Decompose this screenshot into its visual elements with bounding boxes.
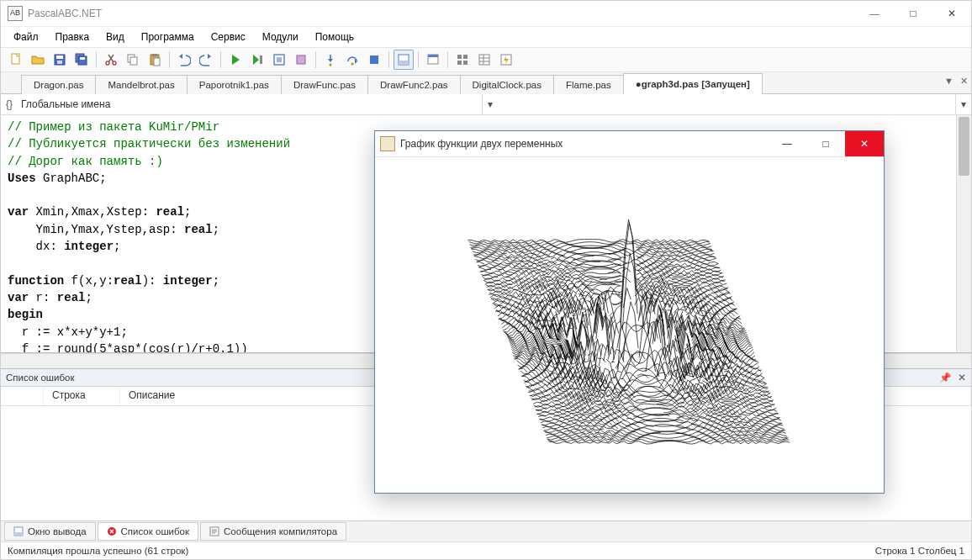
svg-rect-28 <box>463 61 468 65</box>
svg-point-19 <box>351 62 353 65</box>
tab-drawfunc[interactable]: DrawFunc.pas <box>281 75 368 94</box>
menu-edit[interactable]: Правка <box>48 29 98 45</box>
status-cursor: Строка 1 Столбец 1 <box>875 546 964 556</box>
run-button[interactable] <box>225 50 246 70</box>
menu-view[interactable]: Вид <box>98 29 132 45</box>
svg-rect-22 <box>399 61 409 65</box>
menu-program[interactable]: Программа <box>134 29 202 45</box>
undo-button[interactable] <box>174 50 194 70</box>
new-form-button[interactable] <box>423 50 443 70</box>
output-icon <box>13 526 24 536</box>
minimize-button[interactable]: — <box>855 1 894 26</box>
paste-button[interactable] <box>145 50 165 70</box>
graphic-output-window[interactable]: График функции двух переменных — □ ✕ <box>374 130 885 494</box>
tab-graph3d[interactable]: ●graph3d.pas [Запущен] <box>623 73 763 94</box>
app-icon: AB <box>8 6 23 21</box>
child-maximize-button[interactable]: □ <box>806 131 845 156</box>
panel-close-icon[interactable]: ✕ <box>958 372 966 383</box>
compile-button[interactable] <box>269 50 289 70</box>
bottom-tab-output-label: Окно вывода <box>28 526 87 536</box>
tab-dragon[interactable]: Dragon.pas <box>21 75 96 94</box>
svg-rect-3 <box>57 61 62 64</box>
svg-rect-26 <box>463 55 468 59</box>
errors-panel-title: Список ошибок <box>6 372 75 383</box>
bottom-tab-output[interactable]: Окно вывода <box>4 522 96 541</box>
designer-button[interactable] <box>452 50 473 70</box>
svg-rect-17 <box>297 55 305 64</box>
compiler-icon <box>209 526 219 536</box>
bottom-tab-errors[interactable]: Список ошибок <box>98 522 199 541</box>
svg-rect-25 <box>457 55 462 59</box>
svg-point-18 <box>329 63 331 66</box>
vertical-scrollbar[interactable] <box>956 115 971 352</box>
child-close-button[interactable]: ✕ <box>845 131 884 156</box>
panel-pin-icon[interactable]: 📌 <box>939 372 951 383</box>
main-window: AB PascalABC.NET — □ ✕ Файл Правка Вид П… <box>0 0 972 560</box>
svg-rect-16 <box>277 57 282 62</box>
child-minimize-button[interactable]: — <box>768 131 806 156</box>
svg-rect-14 <box>260 55 262 64</box>
scope-dropdown-right-icon[interactable]: ▾ <box>955 94 971 114</box>
app-title: PascalABC.NET <box>28 8 102 19</box>
tab-graph3d-label: ●graph3d.pas [Запущен] <box>636 79 750 89</box>
statusbar: Компиляция прошла успешно (61 строк) Стр… <box>1 542 971 559</box>
status-left: Компиляция прошла успешно (61 строк) <box>8 546 188 556</box>
redo-button[interactable] <box>196 50 216 70</box>
errors-col-blank <box>1 387 44 405</box>
svg-rect-32 <box>14 532 23 536</box>
svg-rect-20 <box>370 55 378 64</box>
scope-row: {} Глобальные имена ▾ ▾ <box>1 94 971 115</box>
tabbar-close-icon[interactable]: ✕ <box>960 76 968 87</box>
titlebar: AB PascalABC.NET — □ ✕ <box>1 1 971 27</box>
toggle-output-panel-button[interactable] <box>394 50 414 70</box>
svg-rect-29 <box>479 55 489 65</box>
events-button[interactable] <box>496 50 516 70</box>
tab-digitalclock[interactable]: DigitalClock.pas <box>460 75 554 94</box>
svg-rect-10 <box>130 57 137 65</box>
child-titlebar[interactable]: График функции двух переменных — □ ✕ <box>375 131 884 157</box>
tab-flame[interactable]: Flame.pas <box>553 75 624 94</box>
svg-rect-6 <box>80 57 85 60</box>
tab-mandelbrot[interactable]: Mandelbrot.pas <box>95 75 187 94</box>
svg-point-8 <box>113 61 116 65</box>
bottom-tab-errors-label: Список ошибок <box>121 526 190 536</box>
menu-help[interactable]: Помощь <box>308 29 362 45</box>
scope-dropdown-left-icon[interactable]: ▾ <box>482 94 498 114</box>
menu-service[interactable]: Сервис <box>203 29 253 45</box>
tabbar-dropdown-icon[interactable]: ▼ <box>944 76 954 87</box>
menu-file[interactable]: Файл <box>6 29 46 45</box>
errors-col-line: Строка <box>44 387 120 405</box>
end-run-button[interactable] <box>364 50 384 70</box>
menu-modules[interactable]: Модули <box>255 29 306 45</box>
menubar: Файл Правка Вид Программа Сервис Модули … <box>1 27 971 47</box>
svg-rect-13 <box>154 58 160 66</box>
run-noform-button[interactable] <box>247 50 267 70</box>
copy-button[interactable] <box>123 50 143 70</box>
toolbar <box>1 47 971 72</box>
svg-rect-24 <box>428 55 438 57</box>
new-file-button[interactable] <box>6 50 26 70</box>
bottom-tabs: Окно вывода Список ошибок Сообщения комп… <box>1 520 971 542</box>
step-into-button[interactable] <box>320 50 341 70</box>
svg-rect-0 <box>12 54 19 64</box>
tab-paporotnik1[interactable]: Paporotnik1.pas <box>187 75 282 94</box>
svg-rect-27 <box>457 61 462 65</box>
bottom-tab-compiler-label: Сообщения компилятора <box>224 526 337 536</box>
tab-drawfunc2[interactable]: DrawFunc2.pas <box>367 75 461 94</box>
properties-button[interactable] <box>474 50 494 70</box>
scope-icon: {} <box>1 98 18 110</box>
step-over-button[interactable] <box>342 50 362 70</box>
maximize-button[interactable]: □ <box>894 1 932 26</box>
stop-button[interactable] <box>291 50 311 70</box>
errors-icon <box>107 526 117 536</box>
child-window-icon <box>380 136 395 151</box>
child-window-title: График функции двух переменных <box>400 138 563 150</box>
bottom-tab-compiler[interactable]: Сообщения компилятора <box>200 522 346 541</box>
save-button[interactable] <box>50 50 70 70</box>
cut-button[interactable] <box>101 50 121 70</box>
save-all-button[interactable] <box>71 50 92 70</box>
open-file-button[interactable] <box>28 50 48 70</box>
graphic-canvas <box>375 157 884 493</box>
close-button[interactable]: ✕ <box>932 1 971 26</box>
scope-combo[interactable]: Глобальные имена <box>18 96 482 113</box>
